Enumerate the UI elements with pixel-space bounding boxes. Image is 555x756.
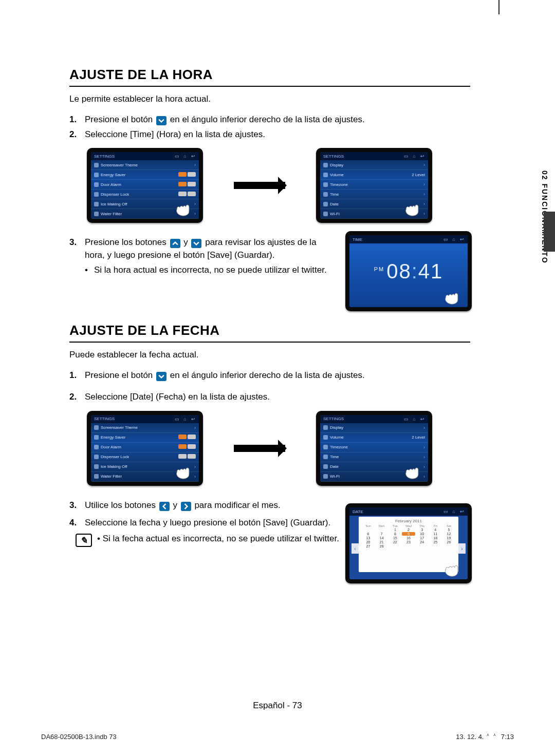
hora-step-2: 2. Seleccione [Time] (Hora) en la lista …	[69, 128, 480, 141]
hand-pointer-icon	[172, 198, 196, 217]
hora-step-3: 3. Presione los botones y para revisar l…	[69, 236, 331, 261]
step-number: 1.	[69, 114, 85, 126]
step-text: Seleccione [Date] (Fecha) en la lista de…	[85, 391, 480, 404]
date-screen-figure: DATE▭⌂↩ ‹ › February 2011 SunMonTueWedTh…	[345, 503, 472, 583]
step-number: 3.	[69, 499, 85, 512]
device-settings-b: SETTINGS▭⌂↩ Display› Volume2 Level Timez…	[316, 148, 432, 223]
step-text: Presione el botón en el ángulo inferior …	[85, 114, 480, 126]
section-tab: 02 FUNCIONAMIENTO	[541, 171, 555, 289]
chevron-down-icon	[156, 116, 166, 125]
device-settings-b: SETTINGS▭⌂↩ Display› Volume2 Level Timez…	[316, 411, 432, 486]
screen-title: SETTINGS	[323, 154, 344, 159]
hora-note: •Si la hora actual es incorrecta, no se …	[85, 265, 331, 275]
fecha-step-1: 1. Presione el botón en el ángulo inferi…	[69, 369, 480, 382]
crop-mark	[498, 0, 499, 14]
chevron-down-icon	[191, 239, 201, 248]
screen-nav-icons: ▭⌂↩	[174, 154, 196, 159]
page-footer: Español - 73	[0, 701, 555, 711]
hora-lead: Le permite establecer la hora actual.	[69, 94, 480, 104]
calendar-month: February 2011	[362, 519, 455, 523]
step-text: Presione el botón en el ángulo inferior …	[85, 369, 480, 382]
hand-pointer-icon	[441, 287, 465, 305]
step-number: 3.	[69, 236, 85, 249]
next-month-icon: ›	[458, 543, 466, 554]
hand-pointer-icon	[401, 461, 425, 480]
print-meta: DA68-02500B-13.indb 73 13. 12. 4. ᄉᄉ 7:1…	[41, 733, 514, 741]
time-screen-figure: TIME▭⌂↩ PM08:41	[345, 231, 472, 311]
section-tab-marker	[544, 212, 555, 252]
screen-title: SETTINGS	[94, 154, 115, 159]
step-number: 2.	[69, 128, 85, 141]
step-text: Utilice los botones y para modificar el …	[85, 499, 347, 512]
hand-pointer-icon	[441, 559, 465, 577]
step-text: Presione los botones y para revisar los …	[85, 236, 331, 261]
note-icon: ✎	[76, 534, 92, 547]
hora-title: AJUSTE DE LA HORA	[69, 67, 480, 83]
fecha-step-3: 3. Utilice los botones y para modificar …	[69, 499, 347, 512]
hora-figure-row: SETTINGS▭⌂↩ Screensaver Theme› Energy Sa…	[87, 148, 480, 223]
time-display: PM08:41	[374, 260, 443, 283]
fecha-step-2: 2. Seleccione [Date] (Fecha) en la lista…	[69, 391, 480, 404]
hand-pointer-icon	[401, 198, 425, 217]
meta-left: DA68-02500B-13.indb 73	[41, 733, 117, 741]
fecha-title: AJUSTE DE LA FECHA	[69, 323, 480, 338]
step-text: Seleccione [Time] (Hora) en la lista de …	[85, 128, 480, 141]
step-number: 2.	[69, 391, 85, 404]
device-settings-a: SETTINGS▭⌂↩ Screensaver Theme› Energy Sa…	[87, 148, 203, 223]
chevron-right-icon	[181, 502, 191, 511]
meta-right: 13. 12. 4. ᄉᄉ 7:13	[456, 733, 514, 741]
arrow-right-icon	[234, 182, 285, 189]
hand-pointer-icon	[172, 461, 196, 480]
fecha-rule	[69, 342, 470, 343]
step-number: 1.	[69, 369, 85, 382]
prev-month-icon: ‹	[351, 543, 359, 554]
chevron-left-icon	[159, 502, 170, 511]
screen-nav-icons: ▭⌂↩	[403, 154, 425, 159]
calendar-grid: SunMonTueWedThuFriSat1234567891011121314…	[362, 524, 455, 548]
hora-step-1: 1. Presione el botón en el ángulo inferi…	[69, 114, 480, 126]
device-settings-a: SETTINGS▭⌂↩ Screensaver Theme› Energy Sa…	[87, 411, 203, 486]
fecha-step-4: 4. Seleccione la fecha y luego presione …	[69, 517, 347, 530]
chevron-down-icon	[156, 372, 166, 381]
fecha-lead: Puede establecer la fecha actual.	[69, 350, 480, 360]
step-number: 4.	[69, 517, 85, 530]
chevron-up-icon	[170, 239, 180, 248]
hora-rule	[69, 86, 470, 87]
fecha-note: ✎ • Si la fecha actual es incorrecta, no…	[76, 534, 347, 547]
step-text: Seleccione la fecha y luego presione el …	[85, 517, 347, 530]
fecha-figure-row: SETTINGS▭⌂↩ Screensaver Theme› Energy Sa…	[87, 411, 480, 486]
arrow-right-icon	[234, 445, 285, 452]
